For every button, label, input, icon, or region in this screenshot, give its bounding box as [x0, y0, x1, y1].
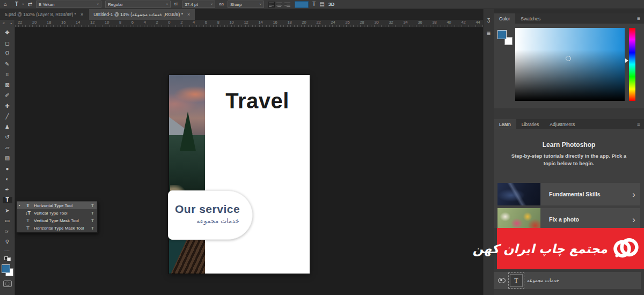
- chevron-down-icon[interactable]: ˅: [22, 3, 24, 6]
- pen-tool[interactable]: ✒: [3, 187, 12, 193]
- eyedropper-tool[interactable]: ✐: [3, 92, 12, 99]
- menu-item-horizontal-type-mask-tool[interactable]: T Horizontal Type Mask Tool T: [17, 224, 97, 232]
- align-right-button[interactable]: [284, 2, 291, 8]
- clone-stamp-tool[interactable]: ♟: [3, 124, 12, 130]
- color-panel-tabs: Color Swatches ≡: [494, 13, 644, 24]
- learn-heading: Learn Photoshop: [494, 141, 644, 149]
- layer-row-khadamat[interactable]: T خدمات مجموعه: [494, 272, 641, 289]
- menu-item-shortcut: T: [91, 226, 95, 231]
- hue-slider-arrow[interactable]: [625, 58, 628, 63]
- 3d-button[interactable]: 3D: [328, 2, 335, 7]
- foreground-color-swatch[interactable]: [2, 264, 10, 273]
- tutorial-card-fundamental-skills[interactable]: Fundamental Skills ›: [497, 183, 640, 205]
- gradient-tool[interactable]: ▨: [3, 155, 12, 161]
- document-tab-untitled1[interactable]: Untitled-1 @ 14% (خدمات مجموعه ,RGB/8) *…: [89, 9, 195, 20]
- ruler-number: 16: [61, 20, 65, 25]
- tab-swatches[interactable]: Swatches: [515, 13, 546, 24]
- document-tab-bar: 5.psd @ 152% (Layer 8, RGB/8#) * × Untit…: [0, 9, 483, 20]
- layer-row[interactable]: T: [494, 292, 641, 295]
- menu-item-horizontal-type-tool[interactable]: ▪ T Horizontal Type Tool T: [17, 202, 97, 209]
- foreground-color-swatch[interactable]: [497, 30, 507, 39]
- ruler-number: 12: [244, 20, 248, 25]
- text-color-swatch[interactable]: [295, 1, 309, 8]
- chevron-right-icon[interactable]: ›: [632, 190, 640, 199]
- rectangular-marquee-tool[interactable]: ◻: [3, 40, 12, 47]
- align-center-button[interactable]: [276, 2, 283, 8]
- ruler-number: 22: [18, 20, 22, 25]
- font-family-value: B Yekan: [39, 2, 54, 7]
- document-tab-5psd[interactable]: 5.psd @ 152% (Layer 8, RGB/8#) * ×: [0, 9, 89, 20]
- collapse-toolbar-icon[interactable]: «: [3, 21, 5, 25]
- color-panel-body: [494, 24, 644, 108]
- ruler-number: 8: [217, 20, 219, 25]
- spot-healing-brush-tool[interactable]: ✚: [3, 103, 12, 109]
- tab-title: 5.psd @ 152% (Layer 8, RGB/8#) *: [5, 12, 76, 17]
- brush-tool[interactable]: ╱: [3, 113, 12, 120]
- panel-menu-icon[interactable]: ≡: [637, 119, 644, 129]
- banner-logo-icon: [612, 234, 640, 264]
- tab-color[interactable]: Color: [494, 13, 515, 24]
- layer-name: خدمات مجموعه: [527, 278, 559, 283]
- ruler-number: 20: [32, 20, 36, 25]
- eraser-tool[interactable]: ▱: [3, 145, 12, 151]
- history-brush-tool[interactable]: ↺: [3, 134, 12, 141]
- tab-learn[interactable]: Learn: [494, 119, 516, 129]
- tab-libraries[interactable]: Libraries: [516, 119, 545, 129]
- blur-tool[interactable]: ●: [3, 166, 12, 172]
- divider: [11, 2, 11, 8]
- saturation-brightness-field[interactable]: [515, 28, 625, 101]
- panel-menu-icon[interactable]: ≡: [637, 13, 644, 24]
- frame-tool[interactable]: ⊠: [3, 82, 12, 88]
- align-left-button[interactable]: [268, 2, 275, 8]
- travel-heading: Travel: [205, 89, 310, 113]
- type-tool-icon[interactable]: T: [15, 2, 18, 7]
- horizontal-type-tool[interactable]: T: [3, 197, 12, 203]
- tab-adjustments[interactable]: Adjustments: [544, 119, 580, 129]
- hand-tool[interactable]: ☞: [3, 228, 12, 235]
- home-icon[interactable]: ⌂: [4, 2, 7, 7]
- object-selection-tool[interactable]: ✎: [3, 61, 12, 68]
- tutorial-card-fix-a-photo[interactable]: Fix a photo ›: [497, 208, 640, 231]
- ruler-number: 8: [119, 20, 121, 25]
- default-colors-icon[interactable]: [4, 256, 11, 261]
- service-subtitle-farsi: خدمات مجموعه: [175, 217, 252, 225]
- collapsed-panel-icon-2[interactable]: ≣: [484, 30, 494, 36]
- font-family-select[interactable]: B Yekan ˅: [36, 1, 101, 8]
- font-size-select[interactable]: 37.4 pt ˅: [182, 1, 215, 8]
- rectangle-tool[interactable]: ▭: [3, 218, 12, 224]
- card-label: Fix a photo: [540, 216, 632, 223]
- path-selection-tool[interactable]: ➤: [3, 208, 12, 214]
- warp-text-icon[interactable]: Ŧ: [312, 2, 316, 7]
- dodge-tool[interactable]: ◐: [3, 176, 12, 182]
- menu-item-vertical-type-tool[interactable]: ↓T Vertical Type Tool T: [17, 209, 97, 217]
- crop-tool[interactable]: ⌗: [3, 71, 12, 78]
- collapsed-panel-icon-1[interactable]: ʒ: [484, 17, 494, 23]
- edit-toolbar-icon[interactable]: ···: [0, 248, 14, 253]
- toggle-panels-icon[interactable]: ▤: [319, 2, 324, 7]
- chevron-right-icon[interactable]: ›: [632, 215, 640, 224]
- lasso-tool[interactable]: Ω: [3, 50, 12, 57]
- font-style-select[interactable]: Regular ˅: [105, 1, 171, 8]
- canvas-area[interactable]: Travel Our service خدمات مجموعه: [15, 27, 483, 295]
- visibility-eye-icon[interactable]: [498, 278, 506, 283]
- foreground-background-swatches: [2, 264, 13, 276]
- ruler-numbers: 2220181614121086420246810121416182022242…: [15, 20, 483, 25]
- hue-slider[interactable]: [629, 28, 635, 101]
- chevron-down-icon: ˅: [166, 3, 169, 6]
- document-canvas[interactable]: Travel Our service خدمات مجموعه: [169, 75, 310, 274]
- ruler-number: 20: [302, 20, 306, 25]
- close-icon[interactable]: ×: [80, 12, 83, 17]
- color-field-cursor[interactable]: [566, 56, 571, 61]
- quick-mask-icon[interactable]: [3, 281, 12, 287]
- move-tool[interactable]: ✥: [3, 30, 12, 36]
- menu-item-vertical-type-mask-tool[interactable]: T Vertical Type Mask Tool T: [17, 217, 97, 224]
- ruler-number: 18: [47, 20, 51, 25]
- zoom-tool[interactable]: ⚲: [3, 239, 12, 245]
- anti-alias-select[interactable]: Sharp ˅: [228, 1, 264, 8]
- text-layer-thumbnail[interactable]: T: [510, 274, 523, 287]
- close-icon[interactable]: ×: [187, 12, 190, 17]
- horizontal-ruler: 2220181614121086420246810121416182022242…: [15, 20, 483, 27]
- ruler-number: 6: [205, 20, 207, 25]
- chevron-down-icon: ˅: [211, 3, 213, 6]
- text-orientation-icon[interactable]: ⇄: [28, 2, 32, 7]
